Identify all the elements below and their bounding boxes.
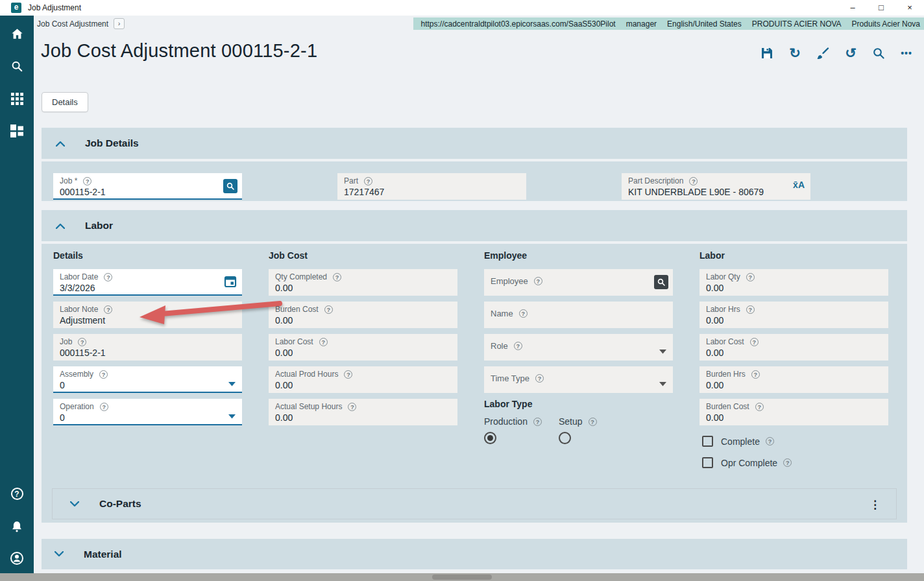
radio-production[interactable]: Production? xyxy=(484,416,542,444)
job-cost-column: Job Cost Qty Completed? 0.00 Burden Cost… xyxy=(269,244,457,425)
collapse-down-icon[interactable] xyxy=(55,551,64,557)
close-button[interactable]: × xyxy=(895,0,924,16)
env-url: https://cadcentraldtpilot03.epicorsaas.c… xyxy=(421,19,616,29)
help-icon[interactable]: ? xyxy=(344,370,352,379)
labor-note-field: Labor Note? Adjustment xyxy=(53,302,242,328)
complete-checkbox[interactable] xyxy=(702,436,713,447)
help-icon[interactable]: ? xyxy=(100,403,108,411)
overflow-menu-icon[interactable]: ••• xyxy=(899,45,914,61)
env-locale: English/United States xyxy=(667,19,742,29)
labor-cost-field: Labor Cost? 0.00 xyxy=(269,334,457,361)
co-parts-section[interactable]: Co-Parts ⋮ xyxy=(52,488,897,519)
help-icon[interactable]: ? xyxy=(99,370,108,379)
labor-title: Labor xyxy=(85,220,113,231)
breadcrumb-link[interactable]: Job Cost Adjustment xyxy=(37,19,108,29)
chevron-down-icon[interactable] xyxy=(659,377,666,389)
labor-cost-total-field: Labor Cost? 0.00 xyxy=(699,334,888,361)
help-icon[interactable]: ? xyxy=(348,403,356,411)
employee-lookup-icon[interactable] xyxy=(654,275,668,289)
refresh-icon[interactable]: ↻ xyxy=(788,45,802,61)
app-menu-icon[interactable] xyxy=(10,91,24,106)
collapse-down-icon[interactable] xyxy=(70,501,79,507)
help-icon[interactable]: ? xyxy=(324,305,333,314)
co-parts-title: Co-Parts xyxy=(99,498,141,510)
job-details-body: Job *? 000115-2-1 Part? 17217467 Part De… xyxy=(42,161,907,201)
job-field[interactable]: Job *? 000115-2-1 xyxy=(53,173,242,200)
help-icon[interactable]: ? xyxy=(364,177,372,185)
help-icon[interactable]: ? xyxy=(519,309,528,318)
assembly-dropdown[interactable]: Assembly? 0 xyxy=(53,366,242,393)
employee-field: Employee? xyxy=(484,269,673,296)
job-details-header[interactable]: Job Details xyxy=(42,128,907,159)
opr-complete-checkbox[interactable] xyxy=(702,457,713,468)
clear-brush-icon[interactable] xyxy=(816,45,830,61)
help-icon[interactable]: ? xyxy=(535,374,544,383)
help-icon[interactable]: ? xyxy=(750,338,759,346)
environment-bar: https://cadcentraldtpilot03.epicorsaas.c… xyxy=(413,18,924,30)
help-icon[interactable]: ? xyxy=(533,418,542,426)
undo-icon[interactable]: ↺ xyxy=(844,45,858,61)
help-icon[interactable]: ? xyxy=(589,418,597,426)
epicor-logo-icon: e xyxy=(11,3,21,13)
labor-header[interactable]: Labor xyxy=(42,210,907,241)
help-icon[interactable]: ? xyxy=(83,177,91,185)
help-icon[interactable]: ? xyxy=(766,437,774,445)
qty-completed-field: Qty Completed? 0.00 xyxy=(269,269,457,296)
production-radio-button[interactable] xyxy=(484,432,496,444)
labor-body: Details Labor Date? 3/3/2026 Labor Note?… xyxy=(42,244,907,523)
toolbar: ↻ ↺ ••• xyxy=(760,45,914,61)
collapse-up-icon[interactable] xyxy=(56,223,65,229)
help-icon[interactable]: ? xyxy=(333,273,341,281)
notifications-bell-icon[interactable] xyxy=(10,519,24,533)
help-icon[interactable]: ? xyxy=(78,338,86,346)
minimize-button[interactable]: – xyxy=(838,0,867,16)
taskbar-handle xyxy=(432,575,492,580)
help-icon[interactable]: ? xyxy=(746,273,755,281)
help-icon[interactable]: ? xyxy=(534,277,542,285)
help-icon[interactable]: ? xyxy=(746,305,755,314)
labor-date-field[interactable]: Labor Date? 3/3/2026 xyxy=(53,269,242,296)
translate-icon[interactable]: x̄A xyxy=(793,180,805,190)
help-icon[interactable]: ? xyxy=(751,370,760,379)
radio-setup[interactable]: Setup? xyxy=(559,416,597,444)
chevron-down-icon[interactable] xyxy=(228,410,236,421)
complete-checkbox-row[interactable]: Complete ? xyxy=(702,436,888,447)
save-icon[interactable] xyxy=(760,45,774,61)
opr-complete-checkbox-row[interactable]: Opr Complete ? xyxy=(702,457,888,468)
material-section[interactable]: Material xyxy=(42,539,907,569)
chevron-down-icon[interactable] xyxy=(228,377,236,389)
job-adjustment-window: e Job Adjustment – □ × xyxy=(0,0,924,581)
tab-details[interactable]: Details xyxy=(42,92,88,112)
burden-cost-field: Burden Cost? 0.00 xyxy=(269,302,457,328)
job-lookup-icon[interactable] xyxy=(223,179,237,193)
search-icon[interactable] xyxy=(10,59,24,73)
maximize-button[interactable]: □ xyxy=(867,0,895,16)
job-cost-group-title: Job Cost xyxy=(269,250,457,261)
calendar-icon[interactable] xyxy=(224,275,237,290)
help-icon[interactable]: ? xyxy=(689,177,698,185)
help-icon[interactable]: ? xyxy=(755,403,764,411)
setup-radio-button[interactable] xyxy=(559,432,571,444)
help-icon[interactable]: ? xyxy=(319,338,328,346)
labor-qty-field: Labor Qty? 0.00 xyxy=(699,269,888,296)
operation-dropdown[interactable]: Operation? 0 xyxy=(53,399,242,425)
labor-totals-column: Labor Labor Qty? 0.00 Labor Hrs? 0.00 La… xyxy=(699,244,888,468)
name-field: Name? xyxy=(484,302,673,328)
account-icon[interactable] xyxy=(10,551,24,565)
search-icon[interactable] xyxy=(871,45,886,61)
employee-group-title: Employee xyxy=(484,250,673,261)
help-icon[interactable]: ? xyxy=(104,273,112,281)
collapse-up-icon[interactable] xyxy=(56,141,65,147)
help-icon[interactable]: ? xyxy=(514,342,522,350)
help-icon[interactable]: ? xyxy=(104,305,112,314)
breadcrumb-chevron-button[interactable]: › xyxy=(114,18,125,29)
help-icon[interactable]: ? xyxy=(10,486,24,501)
job-readonly-field: Job? 000115-2-1 xyxy=(53,334,242,361)
home-icon[interactable] xyxy=(10,27,24,41)
dashboard-icon[interactable] xyxy=(10,124,24,138)
kebab-menu-icon[interactable]: ⋮ xyxy=(869,498,881,512)
actual-prod-hours-field: Actual Prod Hours? 0.00 xyxy=(269,366,457,393)
chevron-down-icon[interactable] xyxy=(659,345,666,357)
help-icon[interactable]: ? xyxy=(783,458,792,467)
sidebar: ? xyxy=(0,16,34,573)
